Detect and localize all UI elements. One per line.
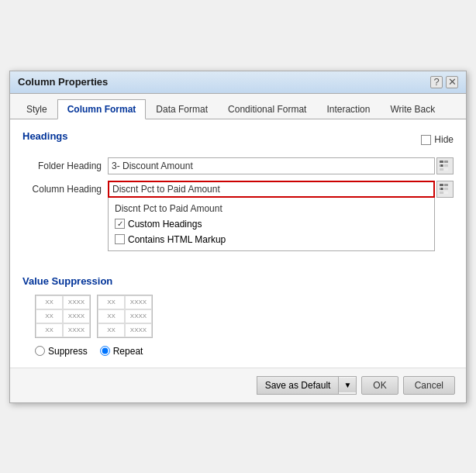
suppress-grid-2[interactable]: XX XXXX XX XXXX XX XXXX: [97, 295, 153, 338]
grid2-cell-6: XXXX: [125, 323, 152, 337]
svg-rect-5: [444, 168, 448, 171]
svg-rect-10: [444, 188, 448, 190]
tab-interaction[interactable]: Interaction: [316, 99, 380, 119]
tab-style[interactable]: Style: [16, 99, 57, 119]
dialog-body: Headings Hide Folder Heading: [10, 119, 466, 368]
svg-rect-8: [444, 184, 448, 186]
tab-write-back[interactable]: Write Back: [380, 99, 445, 119]
tab-column-format[interactable]: Column Format: [57, 99, 147, 119]
hide-checkbox-row: Hide: [421, 134, 454, 145]
titlebar-icons: ? ✕: [430, 76, 458, 88]
svg-rect-4: [440, 168, 443, 171]
format-icon-svg: A: [439, 160, 451, 172]
dialog-footer: Save as Default ▼ OK Cancel: [10, 368, 466, 402]
headings-section-title: Headings: [22, 130, 68, 142]
folder-heading-row: Folder Heading A: [22, 157, 454, 174]
suppression-icons: XX XXXX XX XXXX XX XXXX XX XXXX XX XXXX: [35, 295, 454, 338]
grid2-cell-4: XXXX: [125, 309, 152, 323]
dropdown-item-html-markup[interactable]: Contains HTML Markup: [109, 232, 434, 247]
svg-text:A: A: [441, 187, 443, 191]
suppress-radio-label[interactable]: Suppress: [35, 346, 88, 357]
grid2-cell-2: XXXX: [125, 295, 152, 309]
svg-rect-11: [440, 192, 443, 194]
svg-text:A: A: [441, 164, 443, 167]
value-suppression-section: Value Suppression XX XXXX XX XXXX XX XXX…: [22, 275, 454, 357]
grid1-cell-2: XXXX: [63, 295, 90, 309]
titlebar: Column Properties ? ✕: [10, 71, 466, 94]
folder-heading-format-icon[interactable]: A: [436, 157, 454, 174]
help-icon[interactable]: ?: [430, 76, 443, 88]
tab-conditional-format[interactable]: Conditional Format: [218, 99, 316, 119]
suppress-radio[interactable]: [35, 346, 45, 356]
suppress-label: Suppress: [48, 346, 88, 357]
format-icon-svg2: A: [439, 183, 451, 195]
custom-headings-label: Custom Headings: [128, 219, 202, 230]
column-heading-dropdown: Discnt Pct to Paid Amount ✓ Custom Headi…: [108, 198, 435, 251]
grid1-cell-4: XXXX: [63, 309, 90, 323]
grid1-cell-5: XX: [36, 323, 63, 337]
hide-checkbox[interactable]: [421, 135, 431, 145]
repeat-label: Repeat: [113, 346, 143, 357]
dropdown-item-discnt[interactable]: Discnt Pct to Paid Amount: [109, 201, 434, 216]
cancel-button[interactable]: Cancel: [403, 376, 455, 395]
value-suppression-title: Value Suppression: [22, 275, 112, 287]
html-markup-label: Contains HTML Markup: [128, 234, 226, 245]
column-heading-wrapper: Discnt Pct to Paid Amount ✓ Custom Headi…: [108, 181, 435, 198]
repeat-radio-label[interactable]: Repeat: [100, 346, 143, 357]
svg-rect-0: [440, 161, 443, 163]
hide-label: Hide: [434, 134, 454, 145]
column-heading-input[interactable]: [108, 181, 435, 198]
custom-headings-checkbox[interactable]: ✓: [115, 219, 125, 229]
grid1-cell-1: XX: [36, 295, 63, 309]
tab-data-format[interactable]: Data Format: [146, 99, 218, 119]
grid2-cell-5: XX: [98, 323, 125, 337]
column-heading-row: Column Heading Discnt Pct to Paid Amount…: [22, 181, 454, 198]
headings-section: Headings Hide Folder Heading: [22, 130, 454, 198]
save-as-default-main[interactable]: Save as Default: [257, 377, 340, 394]
grid1-cell-6: XXXX: [63, 323, 90, 337]
save-as-default-btn[interactable]: Save as Default ▼: [257, 376, 357, 395]
svg-rect-12: [444, 192, 448, 194]
suppress-grid-1[interactable]: XX XXXX XX XXXX XX XXXX: [35, 295, 91, 338]
svg-rect-3: [444, 164, 448, 167]
folder-heading-input[interactable]: [108, 157, 435, 174]
grid1-cell-3: XX: [36, 309, 63, 323]
column-heading-format-icon[interactable]: A: [436, 181, 454, 198]
grid2-cell-3: XX: [98, 309, 125, 323]
save-as-default-arrow[interactable]: ▼: [339, 378, 356, 392]
dialog-title: Column Properties: [18, 76, 108, 88]
radio-row: Suppress Repeat: [35, 346, 454, 357]
column-heading-label: Column Heading: [22, 184, 108, 195]
column-properties-dialog: Column Properties ? ✕ Style Column Forma…: [9, 71, 467, 403]
svg-rect-7: [440, 184, 443, 186]
html-markup-checkbox[interactable]: [115, 234, 125, 244]
folder-heading-label: Folder Heading: [22, 161, 108, 171]
dropdown-item-custom-headings[interactable]: ✓ Custom Headings: [109, 216, 434, 232]
grid2-cell-1: XX: [98, 295, 125, 309]
tab-bar: Style Column Format Data Format Conditio…: [10, 94, 466, 119]
svg-rect-1: [444, 161, 448, 163]
close-icon[interactable]: ✕: [446, 76, 458, 88]
ok-button[interactable]: OK: [361, 376, 398, 395]
repeat-radio[interactable]: [100, 346, 110, 356]
